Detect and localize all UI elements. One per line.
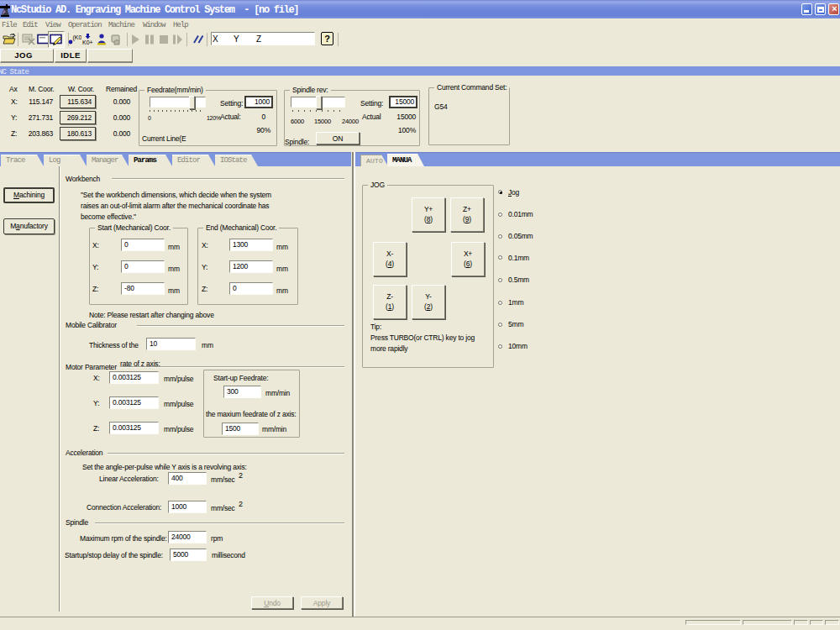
svg-text:(K0: (K0 bbox=[73, 34, 82, 41]
svg-text:K0+: K0+ bbox=[82, 39, 93, 45]
